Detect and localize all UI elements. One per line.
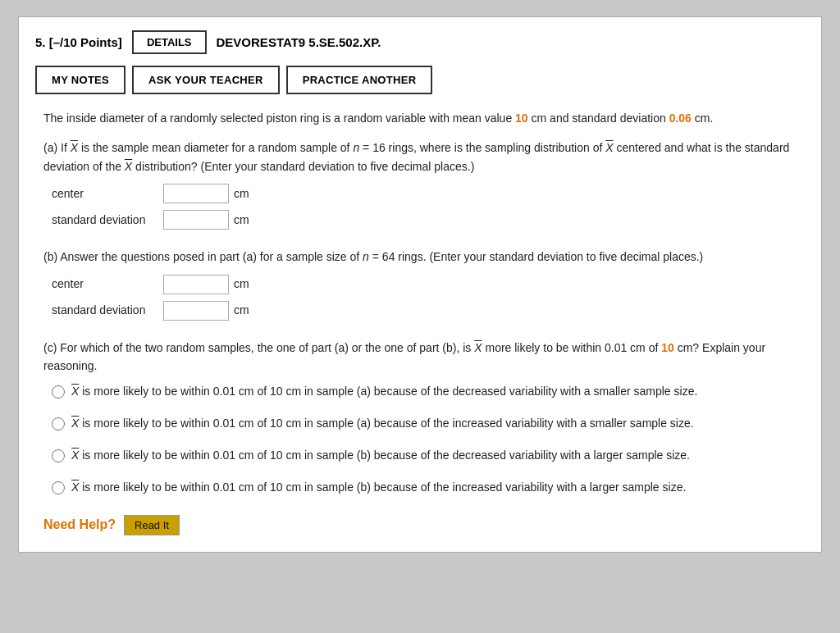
part-c-section: (c) For which of the two random samples,…	[43, 339, 797, 497]
radio-option-4[interactable]	[52, 481, 65, 494]
radio-label-4: X is more likely to be within 0.01 cm of…	[71, 479, 686, 496]
part-b-center-row: center cm	[52, 275, 797, 294]
part-b-std-unit: cm	[234, 301, 249, 319]
part-b-center-unit: cm	[234, 275, 249, 293]
details-button[interactable]: DETAILS	[132, 30, 207, 54]
part-a-center-unit: cm	[234, 184, 249, 203]
part-a-section: (a) If X is the sample mean diameter for…	[43, 139, 797, 230]
part-b-section: (b) Answer the questions posed in part (…	[43, 248, 797, 320]
radio-item-2: X is more likely to be within 0.01 cm of…	[52, 415, 797, 432]
part-a-center-row: center cm	[52, 184, 797, 203]
radio-option-1[interactable]	[52, 385, 65, 398]
part-a-std-row: standard deviation cm	[52, 210, 797, 230]
mean-value: 10	[515, 112, 528, 125]
question-number: 5. [–/10 Points]	[35, 35, 122, 49]
radio-label-2: X is more likely to be within 0.01 cm of…	[71, 415, 694, 432]
radio-item-1: X is more likely to be within 0.01 cm of…	[52, 383, 797, 400]
part-a-std-label: standard deviation	[52, 211, 158, 229]
read-it-button[interactable]: Read It	[124, 515, 180, 535]
part-a-text: (a) If X is the sample mean diameter for…	[43, 139, 797, 175]
part-a-std-unit: cm	[234, 211, 249, 229]
std-value: 0.06	[669, 112, 692, 125]
part-b-text: (b) Answer the questions posed in part (…	[43, 248, 797, 266]
part-b-std-label: standard deviation	[52, 301, 158, 319]
ask-teacher-button[interactable]: ASK YOUR TEACHER	[132, 66, 280, 94]
part-a-center-input[interactable]	[163, 184, 229, 203]
radio-label-3: X is more likely to be within 0.01 cm of…	[71, 447, 690, 464]
practice-another-button[interactable]: PRACTICE ANOTHER	[286, 66, 433, 94]
radio-item-3: X is more likely to be within 0.01 cm of…	[52, 447, 797, 464]
part-a-std-input[interactable]	[163, 210, 229, 230]
radio-option-3[interactable]	[52, 449, 65, 462]
part-c-text: (c) For which of the two random samples,…	[43, 339, 797, 376]
part-b-center-label: center	[52, 275, 158, 293]
question-code: DEVORESTAT9 5.SE.502.XP.	[217, 35, 381, 49]
radio-item-4: X is more likely to be within 0.01 cm of…	[52, 479, 797, 496]
part-b-center-input[interactable]	[163, 275, 229, 294]
part-b-std-input[interactable]	[163, 301, 229, 321]
radio-option-2[interactable]	[52, 417, 65, 430]
need-help-row: Need Help? Read It	[43, 514, 797, 535]
radio-label-1: X is more likely to be within 0.01 cm of…	[71, 383, 697, 400]
need-help-label: Need Help?	[43, 514, 116, 535]
part-a-center-label: center	[52, 184, 158, 203]
part-b-std-row: standard deviation cm	[52, 301, 797, 321]
problem-statement: The inside diameter of a randomly select…	[43, 109, 797, 127]
part-c-radio-group: X is more likely to be within 0.01 cm of…	[43, 383, 797, 496]
my-notes-button[interactable]: MY NOTES	[35, 66, 126, 94]
